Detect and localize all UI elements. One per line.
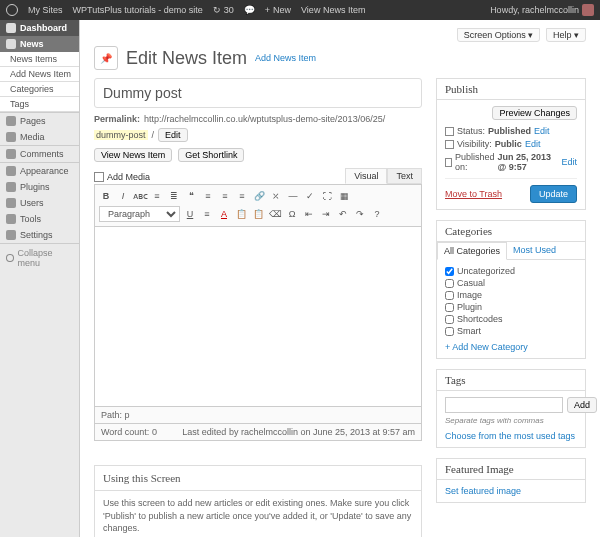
collapse-label: Collapse menu bbox=[18, 248, 73, 268]
help-tab[interactable]: Help ▾ bbox=[546, 28, 586, 42]
sidebar-appearance-label: Appearance bbox=[20, 166, 69, 176]
more-icon[interactable]: — bbox=[286, 189, 300, 203]
updates[interactable]: ↻ 30 bbox=[213, 5, 234, 15]
site-name[interactable]: WPTutsPlus tutorials - demo site bbox=[73, 5, 203, 15]
sidebar-tools[interactable]: Tools bbox=[0, 211, 79, 227]
editor-tab-text[interactable]: Text bbox=[387, 168, 422, 184]
redo-icon[interactable]: ↷ bbox=[353, 207, 367, 221]
visibility-value: Public bbox=[495, 139, 522, 149]
howdy[interactable]: Howdy, rachelmccollin bbox=[490, 4, 594, 16]
categories-title[interactable]: Categories bbox=[437, 221, 585, 241]
set-featured-link[interactable]: Set featured image bbox=[445, 486, 521, 496]
visibility-icon bbox=[445, 140, 454, 149]
spellcheck-icon[interactable]: ✓ bbox=[303, 189, 317, 203]
edit-date-link[interactable]: Edit bbox=[561, 157, 577, 167]
comments-bubble[interactable]: 💬 bbox=[244, 5, 255, 15]
link-icon[interactable]: 🔗 bbox=[252, 189, 266, 203]
justify-icon[interactable]: ≡ bbox=[200, 207, 214, 221]
edit-slug-button[interactable]: Edit bbox=[158, 128, 188, 142]
tag-input[interactable] bbox=[445, 397, 563, 413]
sidebar-sub-news-items[interactable]: News Items bbox=[0, 52, 79, 67]
underline-icon[interactable]: U bbox=[183, 207, 197, 221]
collapse-menu[interactable]: Collapse menu bbox=[0, 244, 79, 272]
quote-icon[interactable]: ❝ bbox=[184, 189, 198, 203]
sidebar-media[interactable]: Media bbox=[0, 129, 79, 145]
edit-visibility-link[interactable]: Edit bbox=[525, 139, 541, 149]
media-icon bbox=[6, 132, 16, 142]
publish-title[interactable]: Publish bbox=[437, 79, 585, 99]
new-content[interactable]: + New bbox=[265, 5, 291, 15]
sidebar-dashboard[interactable]: Dashboard bbox=[0, 20, 79, 36]
outdent-icon[interactable]: ⇤ bbox=[302, 207, 316, 221]
align-left-icon[interactable]: ≡ bbox=[201, 189, 215, 203]
align-center-icon[interactable]: ≡ bbox=[218, 189, 232, 203]
category-item[interactable]: Smart bbox=[445, 326, 577, 336]
sidebar-plugins[interactable]: Plugins bbox=[0, 179, 79, 195]
sidebar-news[interactable]: News bbox=[0, 36, 79, 52]
category-item[interactable]: Uncategorized bbox=[445, 266, 577, 276]
bullet-list-icon[interactable]: ≡ bbox=[150, 189, 164, 203]
align-right-icon[interactable]: ≡ bbox=[235, 189, 249, 203]
italic-icon[interactable]: I bbox=[116, 189, 130, 203]
preview-button[interactable]: Preview Changes bbox=[492, 106, 577, 120]
category-item[interactable]: Shortcodes bbox=[445, 314, 577, 324]
sidebar-users[interactable]: Users bbox=[0, 195, 79, 211]
category-item[interactable]: Plugin bbox=[445, 302, 577, 312]
date-label: Published on: bbox=[455, 152, 495, 172]
category-item[interactable]: Image bbox=[445, 290, 577, 300]
sidebar-pages[interactable]: Pages bbox=[0, 113, 79, 129]
get-shortlink-button[interactable]: Get Shortlink bbox=[178, 148, 244, 162]
add-category-link[interactable]: + Add New Category bbox=[445, 342, 577, 352]
view-item-button[interactable]: View News Item bbox=[94, 148, 172, 162]
permalink-slug[interactable]: dummy-post bbox=[94, 130, 148, 140]
charmap-icon[interactable]: Ω bbox=[285, 207, 299, 221]
category-checkbox[interactable] bbox=[445, 315, 454, 324]
strike-icon[interactable]: ᴀʙᴄ bbox=[133, 189, 147, 203]
help-icon[interactable]: ? bbox=[370, 207, 384, 221]
post-title-input[interactable] bbox=[94, 78, 422, 108]
my-sites[interactable]: My Sites bbox=[28, 5, 63, 15]
move-to-trash-link[interactable]: Move to Trash bbox=[445, 189, 502, 199]
add-new-link[interactable]: Add News Item bbox=[255, 53, 316, 63]
sidebar-comments[interactable]: Comments bbox=[0, 146, 79, 162]
editor-body[interactable] bbox=[94, 227, 422, 407]
category-checkbox[interactable] bbox=[445, 327, 454, 336]
format-select[interactable]: Paragraph bbox=[99, 206, 180, 222]
edit-status-link[interactable]: Edit bbox=[534, 126, 550, 136]
category-item[interactable]: Casual bbox=[445, 278, 577, 288]
tags-title[interactable]: Tags bbox=[437, 370, 585, 390]
sidebar-pages-label: Pages bbox=[20, 116, 46, 126]
sidebar-sub-tags[interactable]: Tags bbox=[0, 97, 79, 112]
indent-icon[interactable]: ⇥ bbox=[319, 207, 333, 221]
bold-icon[interactable]: B bbox=[99, 189, 113, 203]
choose-tags-link[interactable]: Choose from the most used tags bbox=[445, 431, 577, 441]
sidebar-sub-categories[interactable]: Categories bbox=[0, 82, 79, 97]
cat-tab-all[interactable]: All Categories bbox=[437, 242, 507, 260]
sidebar-appearance[interactable]: Appearance bbox=[0, 163, 79, 179]
paste-word-icon[interactable]: 📋 bbox=[251, 207, 265, 221]
unlink-icon[interactable]: ⤫ bbox=[269, 189, 283, 203]
category-checkbox[interactable] bbox=[445, 303, 454, 312]
textcolor-icon[interactable]: A bbox=[217, 207, 231, 221]
fullscreen-icon[interactable]: ⛶ bbox=[320, 189, 334, 203]
sidebar-sub-add-news[interactable]: Add News Item bbox=[0, 67, 79, 82]
add-media-button[interactable]: Add Media bbox=[94, 170, 150, 184]
sidebar-tools-label: Tools bbox=[20, 214, 41, 224]
undo-icon[interactable]: ↶ bbox=[336, 207, 350, 221]
view-item[interactable]: View News Item bbox=[301, 5, 365, 15]
number-list-icon[interactable]: ≣ bbox=[167, 189, 181, 203]
add-tag-button[interactable]: Add bbox=[567, 397, 597, 413]
kitchensink-icon[interactable]: ▦ bbox=[337, 189, 351, 203]
update-button[interactable]: Update bbox=[530, 185, 577, 203]
screen-options-tab[interactable]: Screen Options ▾ bbox=[457, 28, 541, 42]
category-checkbox[interactable] bbox=[445, 267, 454, 276]
paste-text-icon[interactable]: 📋 bbox=[234, 207, 248, 221]
clear-format-icon[interactable]: ⌫ bbox=[268, 207, 282, 221]
wp-menu[interactable] bbox=[6, 4, 18, 16]
category-checkbox[interactable] bbox=[445, 279, 454, 288]
category-checkbox[interactable] bbox=[445, 291, 454, 300]
featured-title[interactable]: Featured Image bbox=[437, 459, 585, 479]
sidebar-settings[interactable]: Settings bbox=[0, 227, 79, 243]
editor-tab-visual[interactable]: Visual bbox=[345, 168, 387, 184]
cat-tab-used[interactable]: Most Used bbox=[507, 242, 562, 259]
